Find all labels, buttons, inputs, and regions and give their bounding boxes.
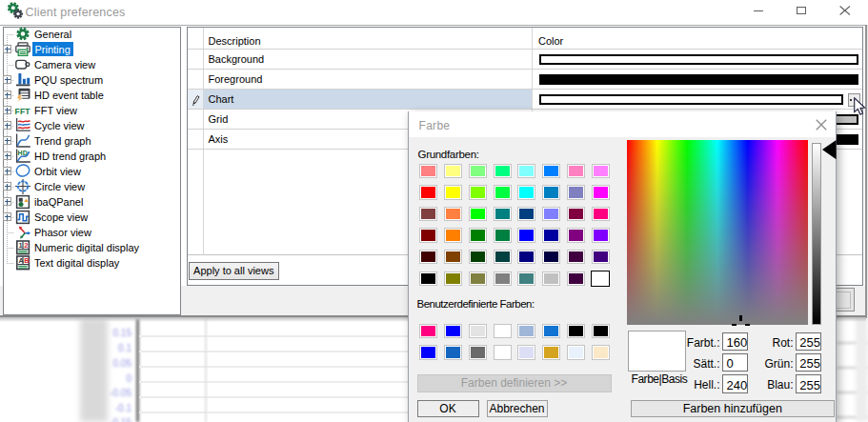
svg-text:FFT: FFT [15, 107, 31, 116]
svg-text:1: 1 [18, 241, 22, 250]
svg-text:2: 2 [24, 241, 28, 250]
svg-text:HD: HD [18, 150, 28, 156]
svg-text:B: B [24, 256, 30, 265]
